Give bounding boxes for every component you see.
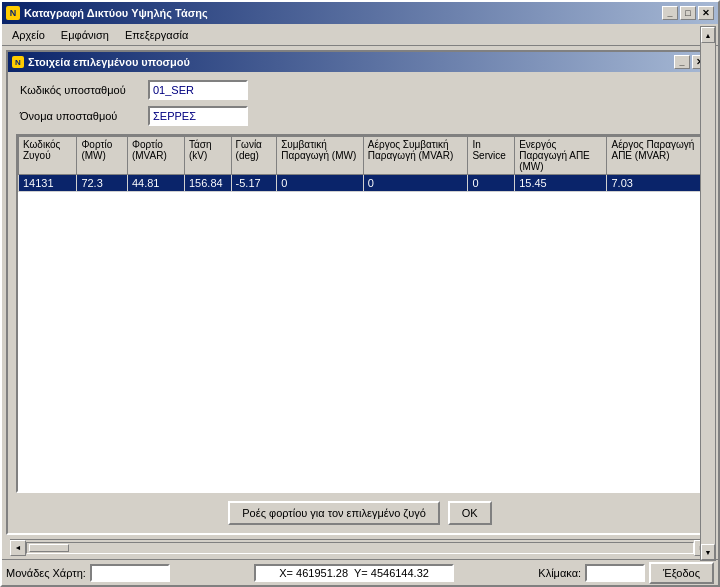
minimize-button[interactable]: _ <box>662 6 678 20</box>
cell-voltage: 156.84 <box>184 175 231 192</box>
menu-item-view[interactable]: Εμφάνιση <box>53 27 117 43</box>
scroll-down-arrow[interactable]: ▼ <box>701 544 715 560</box>
inner-title-text: Στοιχεία επιλεγμένου υποσμού <box>28 56 190 68</box>
inner-minimize-button[interactable]: _ <box>674 55 690 69</box>
code-label: Κωδικός υποσταθμού <box>20 84 140 96</box>
code-input[interactable] <box>148 80 248 100</box>
col-res-mw: Ενεργός Παραγωγή ΑΠΕ (MW) <box>515 137 607 175</box>
outer-title-text: Καταγραφή Δικτύου Υψηλής Τάσης <box>24 7 208 19</box>
cell-in-service: 0 <box>468 175 515 192</box>
exit-button[interactable]: Έξοδος <box>649 562 714 584</box>
scale-label: Κλίμακα: <box>538 567 581 579</box>
cell-angle: -5.17 <box>231 175 277 192</box>
col-load-mw: Φορτίο (MW) <box>77 137 128 175</box>
col-reactive-gen: Αέργος Συμβατική Παραγωγή (MVAR) <box>363 137 468 175</box>
status-bar: Μονάδες Χάρτη: Κλίμακα: Έξοδος <box>2 559 718 585</box>
table-header-row: Κωδικός Ζυγού Φορτίο (MW) Φορτίο (MVAR) … <box>19 137 702 175</box>
menu-item-file[interactable]: Αρχείο <box>4 27 53 43</box>
inner-dialog-icon: N <box>12 56 24 68</box>
form-area: Κωδικός υποσταθμού Όνομα υποσταθμού <box>8 72 712 134</box>
ok-button[interactable]: OK <box>448 501 492 525</box>
name-row: Όνομα υποσταθμού <box>20 106 700 126</box>
bottom-buttons: Ροές φορτίου για τον επιλεγμένο ζυγό OK <box>8 493 712 533</box>
cell-res-mvar: 7.03 <box>607 175 702 192</box>
cell-conv-gen: 0 <box>277 175 364 192</box>
col-voltage: Τάση (kV) <box>184 137 231 175</box>
col-load-mvar: Φορτίο (MVAR) <box>127 137 184 175</box>
flow-button[interactable]: Ροές φορτίου για τον επιλεγμένο ζυγό <box>228 501 440 525</box>
menu-bar: Αρχείο Εμφάνιση Επεξεργασία <box>2 24 718 46</box>
outer-window: N Καταγραφή Δικτύου Υψηλής Τάσης _ □ ✕ Α… <box>0 0 720 587</box>
units-field: Μονάδες Χάρτη: <box>6 564 170 582</box>
inner-dialog: N Στοιχεία επιλεγμένου υποσμού _ ✕ Κωδικ… <box>6 50 714 535</box>
table-container: Κωδικός Ζυγού Φορτίο (MW) Φορτίο (MVAR) … <box>16 134 704 493</box>
cell-reactive-gen: 0 <box>363 175 468 192</box>
outer-right-scrollbar[interactable]: ▲ ▼ <box>700 26 716 561</box>
h-scroll-track[interactable] <box>26 542 694 554</box>
h-scroll-thumb[interactable] <box>29 544 69 552</box>
scroll-up-arrow[interactable]: ▲ <box>701 27 715 43</box>
scale-field: Κλίμακα: <box>538 564 645 582</box>
close-button[interactable]: ✕ <box>698 6 714 20</box>
v-scroll-track[interactable] <box>701 43 715 544</box>
units-input[interactable] <box>90 564 170 582</box>
coords-field <box>174 564 534 582</box>
h-scrollbar[interactable]: ◄ ► <box>10 539 710 555</box>
cell-load-mvar: 44.81 <box>127 175 184 192</box>
col-in-service: In Service <box>468 137 515 175</box>
menu-item-edit[interactable]: Επεξεργασία <box>117 27 196 43</box>
cell-load-mw: 72.3 <box>77 175 128 192</box>
name-input[interactable] <box>148 106 248 126</box>
col-angle: Γωνία (deg) <box>231 137 277 175</box>
code-row: Κωδικός υποσταθμού <box>20 80 700 100</box>
name-label: Όνομα υποσταθμού <box>20 110 140 122</box>
cell-bus-code: 14131 <box>19 175 77 192</box>
maximize-button[interactable]: □ <box>680 6 696 20</box>
col-res-mvar: Αέργος Παραγωγή ΑΠΕ (MVAR) <box>607 137 702 175</box>
scale-input[interactable] <box>585 564 645 582</box>
coords-input[interactable] <box>254 564 454 582</box>
scroll-left-arrow[interactable]: ◄ <box>10 540 26 556</box>
data-table: Κωδικός Ζυγού Φορτίο (MW) Φορτίο (MVAR) … <box>18 136 702 192</box>
main-content: N Στοιχεία επιλεγμένου υποσμού _ ✕ Κωδικ… <box>2 46 718 559</box>
col-conv-gen: Συμβατική Παραγωγή (MW) <box>277 137 364 175</box>
cell-res-mw: 15.45 <box>515 175 607 192</box>
outer-title-bar: N Καταγραφή Δικτύου Υψηλής Τάσης _ □ ✕ <box>2 2 718 24</box>
col-bus-code: Κωδικός Ζυγού <box>19 137 77 175</box>
table-row[interactable]: 14131 72.3 44.81 156.84 -5.17 0 0 0 15.4… <box>19 175 702 192</box>
outer-window-icon: N <box>6 6 20 20</box>
inner-title-bar: N Στοιχεία επιλεγμένου υποσμού _ ✕ <box>8 52 712 72</box>
units-label: Μονάδες Χάρτη: <box>6 567 86 579</box>
